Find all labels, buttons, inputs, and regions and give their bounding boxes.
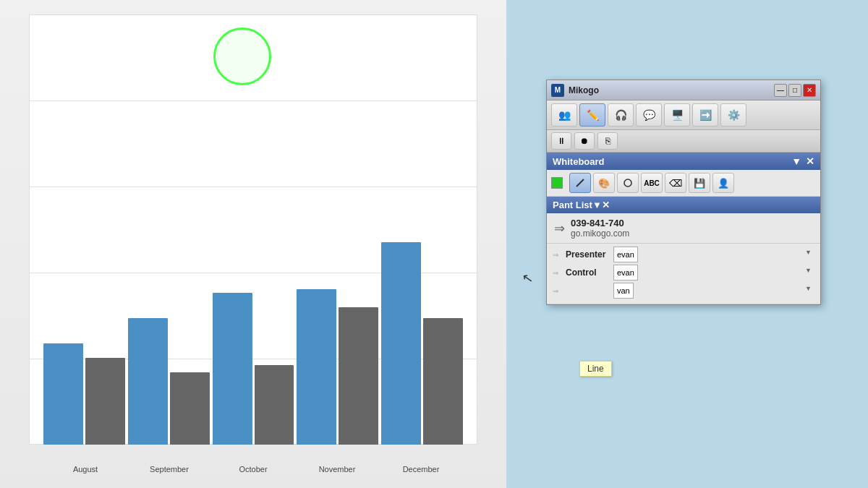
whiteboard-section-header: Whiteboard ▼ ✕ <box>547 153 820 170</box>
bar-august-gray <box>85 358 125 445</box>
color-indicator[interactable] <box>551 177 563 189</box>
meeting-url: go.mikogo.com <box>571 228 629 239</box>
presenter-label: Presenter <box>566 249 609 260</box>
x-label-october: October <box>211 465 295 474</box>
participant-prefix: P <box>553 200 559 210</box>
whiteboard-collapse-button[interactable]: ▼ <box>791 155 801 167</box>
phone-number: 039-841-740 <box>571 218 629 228</box>
secondary-toolbar: ⏸ ⏺ ⎘ <box>547 130 820 153</box>
copy-button[interactable]: ⎘ <box>597 132 618 150</box>
presenter-row: ⇒ Presenter evan <box>553 247 814 262</box>
transfer-button[interactable]: ➡️ <box>692 103 718 127</box>
participant-collapse-button[interactable]: ▼ <box>592 200 602 210</box>
participant-section-header: P ant List ▼ ✕ <box>547 197 820 213</box>
settings-button[interactable]: ⚙️ <box>720 103 746 127</box>
participant-title: ant List <box>559 200 592 210</box>
bar-group-october <box>213 293 294 445</box>
whiteboard-close-button[interactable]: ✕ <box>806 155 814 167</box>
main-toolbar: 👥 ✏️ 🎧 💬 🖥️ ➡️ ⚙️ <box>547 100 820 130</box>
bars-container <box>29 14 477 445</box>
presenter-select[interactable]: evan <box>613 247 638 262</box>
presenter-select-wrapper: evan <box>613 247 814 262</box>
maximize-button[interactable]: □ <box>788 84 801 97</box>
window-title: Mikogo <box>569 85 773 95</box>
control-row: ⇒ Control evan <box>553 265 814 281</box>
pencil-icon <box>575 178 585 188</box>
x-axis-labels: August September October November Decemb… <box>29 465 477 474</box>
palette-button[interactable]: 🎨 <box>593 173 615 193</box>
svg-line-0 <box>576 179 584 187</box>
whiteboard-button[interactable]: ✏️ <box>579 103 605 127</box>
record-button[interactable]: ⏺ <box>574 132 595 150</box>
control-label: Control <box>566 267 609 278</box>
save-button[interactable]: 💾 <box>689 173 710 193</box>
extra-select-wrapper: van <box>613 283 814 299</box>
right-background: M Mikogo — □ ✕ 👥 ✏️ 🎧 💬 🖥️ ➡️ ⚙️ ⏸ ⏺ ⎘ W… <box>506 0 868 488</box>
bar-september-gray <box>170 372 210 445</box>
bar-september-blue <box>128 318 168 445</box>
roles-section: ⇒ Presenter evan ⇒ Control eva <box>547 244 820 304</box>
x-label-september: September <box>127 465 211 474</box>
bar-group-august <box>43 343 125 445</box>
bar-october-blue <box>213 293 252 445</box>
bar-august-blue <box>43 343 83 445</box>
text-tool-label: ABC <box>644 179 660 187</box>
x-label-december: December <box>379 465 463 474</box>
text-tool-button[interactable]: ABC <box>641 173 663 193</box>
participant-close-button[interactable]: ✕ <box>602 200 610 210</box>
x-label-november: November <box>295 465 379 474</box>
line-tool-button[interactable] <box>569 173 591 193</box>
control-arrow-icon: ⇒ <box>553 269 558 277</box>
participants-button[interactable]: 👥 <box>551 103 577 127</box>
person-button[interactable]: 👤 <box>712 173 734 193</box>
control-select-wrapper: evan <box>613 265 814 281</box>
chart-area: August September October November Decemb… <box>0 0 506 488</box>
minimize-button[interactable]: — <box>774 84 787 97</box>
bar-november-gray <box>339 307 378 445</box>
whiteboard-tools: 🎨 ABC ⌫ 💾 👤 <box>547 170 820 197</box>
x-label-august: August <box>43 465 127 474</box>
presenter-arrow-icon: ⇒ <box>553 251 558 259</box>
bar-december-gray <box>423 318 463 445</box>
bar-group-november <box>297 289 378 445</box>
bar-group-september <box>128 318 210 445</box>
line-tooltip: Line <box>579 361 612 377</box>
circle-tool-button[interactable] <box>617 173 639 193</box>
mikogo-window: M Mikogo — □ ✕ 👥 ✏️ 🎧 💬 🖥️ ➡️ ⚙️ ⏸ ⏺ ⎘ W… <box>546 80 821 305</box>
control-select[interactable]: evan <box>613 265 638 281</box>
bar-december-blue <box>381 242 421 445</box>
info-row: ⇒ 039-841-740 go.mikogo.com <box>547 213 820 244</box>
mikogo-logo: M <box>551 84 564 97</box>
extra-row: ⇒ van <box>553 283 814 299</box>
bar-november-blue <box>297 289 336 445</box>
whiteboard-title: Whiteboard <box>553 156 605 167</box>
audio-button[interactable]: 🎧 <box>608 103 634 127</box>
chat-button[interactable]: 💬 <box>636 103 662 127</box>
close-button[interactable]: ✕ <box>803 84 816 97</box>
eraser-button[interactable]: ⌫ <box>665 173 686 193</box>
bar-october-gray <box>255 365 294 445</box>
pause-button[interactable]: ⏸ <box>551 132 571 150</box>
svg-point-1 <box>624 179 631 187</box>
screen-button[interactable]: 🖥️ <box>664 103 690 127</box>
circle-icon <box>623 178 633 188</box>
extra-arrow-icon: ⇒ <box>553 287 558 295</box>
extra-select[interactable]: van <box>613 283 634 299</box>
title-bar: M Mikogo — □ ✕ <box>547 80 820 100</box>
extra-label <box>566 286 609 296</box>
bar-group-december <box>381 242 463 445</box>
mouse-cursor: ↖ <box>521 270 535 287</box>
